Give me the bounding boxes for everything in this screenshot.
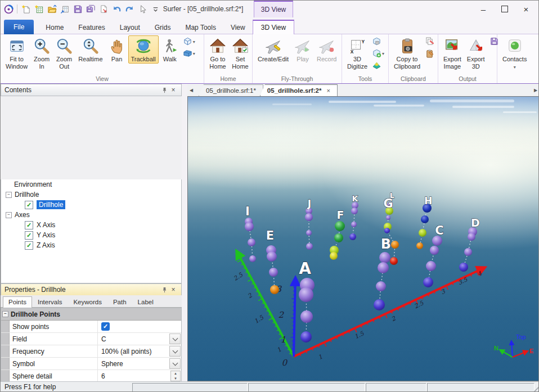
status-segment — [132, 383, 248, 392]
3d-digitize-button[interactable]: XY3DDigitize — [344, 35, 370, 70]
tree-item-y-axis[interactable]: ✓Y Axis — [1, 230, 181, 240]
ribbon-tab-view[interactable]: View — [223, 21, 253, 34]
open-file-icon[interactable] — [46, 3, 57, 15]
properties-tab-path[interactable]: Path — [107, 296, 132, 307]
pan-icon — [109, 38, 125, 55]
collapse-icon[interactable]: − — [6, 212, 12, 218]
new-worksheet-icon[interactable] — [33, 3, 44, 15]
show-points-checkbox[interactable]: ✓ — [101, 322, 110, 331]
collapse-icon[interactable]: − — [6, 192, 12, 198]
save-icon[interactable] — [72, 3, 83, 15]
ribbon-tab-features[interactable]: Features — [71, 21, 112, 34]
properties-tab-keywords[interactable]: Keywords — [68, 296, 107, 307]
tree-item-axes[interactable]: −Axes — [1, 210, 181, 220]
window-title: Surfer - [05_drillhole.srf:2*] — [141, 1, 265, 17]
tree-item-environment[interactable]: Environment — [1, 179, 181, 190]
copy-to-clipboard-button[interactable]: Copy toClipboard — [391, 35, 423, 70]
trackball-button[interactable]: Trackball — [128, 35, 159, 64]
solid-tool-button[interactable]: ▾ — [371, 48, 385, 59]
ribbon-tab-grids[interactable]: Grids — [147, 21, 178, 34]
spin-up-icon[interactable]: ▲ — [171, 371, 180, 376]
tab-scroll-right-icon[interactable]: ▶ — [532, 84, 539, 96]
document-tab-2[interactable]: 05_drillhole.srf:2*× — [260, 84, 338, 96]
import-data-icon[interactable] — [59, 3, 70, 15]
view-direction-button[interactable]: ▾ — [182, 37, 196, 47]
zoom-in-button[interactable]: ZoomIn — [30, 35, 53, 70]
properties-tab-label[interactable]: Label — [132, 296, 159, 307]
contacts-button[interactable]: Contacts▾ — [500, 35, 529, 71]
set-home-button[interactable]: SetHome — [229, 35, 251, 70]
undo-icon[interactable] — [111, 3, 122, 15]
tree-item-x-axis[interactable]: ✓X Axis — [1, 220, 181, 230]
visibility-checkbox[interactable]: ✓ — [25, 221, 33, 229]
paste-special-button[interactable] — [424, 48, 435, 59]
button-label: Trackball — [131, 56, 156, 63]
ribbon-tab-layout[interactable]: Layout — [113, 21, 147, 34]
dropdown-button[interactable] — [169, 358, 181, 369]
mesh-tool-button[interactable] — [371, 37, 385, 47]
3d-viewport[interactable]: 11.522.533.5411.522.50123IEAJFKLGBHCDTop… — [187, 96, 539, 381]
surface-tool-button[interactable] — [371, 60, 385, 71]
properties-tab-points[interactable]: Points — [3, 296, 32, 308]
close-tab-icon[interactable]: × — [326, 87, 330, 94]
export-3d-button[interactable]: Export3D — [464, 35, 488, 70]
svg-text:2.5: 2.5 — [232, 271, 245, 282]
tree-item-drillhole[interactable]: ✓Drillhole — [1, 200, 181, 210]
projection-button[interactable]: ▾ — [182, 48, 196, 59]
drillhole-label: D — [471, 217, 480, 229]
drillhole-J: J — [305, 198, 313, 250]
ribbon-tab-file[interactable]: File — [4, 20, 34, 34]
drillhole-point — [378, 262, 389, 273]
spinner-buttons[interactable]: ▲▼ — [170, 371, 181, 381]
pin-icon[interactable] — [160, 85, 169, 94]
row-gutter — [1, 345, 10, 357]
svg-text:0: 0 — [281, 358, 288, 368]
zoom-out-button[interactable]: ZoomOut — [53, 35, 75, 70]
section-header[interactable]: −Drillhole Points — [1, 308, 181, 321]
pan-button[interactable]: Pan — [106, 35, 128, 64]
tree-item-drillhole[interactable]: −Drillhole — [1, 190, 181, 200]
cube2-icon — [183, 48, 192, 60]
maximize-button[interactable] — [493, 1, 516, 17]
export-image-button[interactable]: ExportImage — [441, 35, 464, 70]
visibility-checkbox[interactable]: ✓ — [25, 201, 33, 209]
collapse-icon[interactable]: − — [2, 311, 8, 317]
walk-button[interactable]: Walk — [159, 35, 181, 64]
dropdown-button[interactable] — [169, 334, 181, 344]
close-panel-icon[interactable]: × — [169, 85, 178, 94]
fit-to-window-button[interactable]: Fit toWindow — [3, 35, 30, 70]
contents-tree: Environment−Drillhole✓Drillhole−Axes✓X A… — [1, 179, 182, 283]
minimize-button[interactable]: – — [472, 1, 495, 17]
close-panel-icon[interactable]: × — [169, 285, 178, 294]
document-tab-1[interactable]: 05_drillhole.srf:1* — [199, 84, 263, 96]
chevron-down-icon — [172, 348, 178, 353]
planerec-icon — [318, 38, 335, 55]
status-segment — [366, 383, 426, 392]
new-plot-icon[interactable] — [20, 3, 32, 15]
visibility-checkbox[interactable]: ✓ — [25, 241, 33, 250]
redo-icon[interactable] — [124, 3, 135, 15]
tab-scroll-left-icon[interactable]: ◀ — [187, 84, 195, 96]
properties-tab-intervals[interactable]: Intervals — [32, 296, 68, 307]
spin-down-icon[interactable]: ▼ — [171, 376, 180, 381]
svg-text:Y: Y — [362, 39, 365, 44]
close-button[interactable]: × — [515, 1, 537, 17]
pin-icon[interactable] — [160, 285, 169, 294]
create-edit-flythrough-button[interactable]: Create/Edit — [255, 35, 291, 64]
ribbon-tab-map-tools[interactable]: Map Tools — [178, 21, 223, 34]
drillhole-point — [330, 252, 338, 260]
realtime-button[interactable]: Realtime — [75, 35, 105, 64]
dropdown-button[interactable] — [169, 346, 181, 357]
realtime-icon — [82, 38, 99, 55]
ribbon-tab-3d-view[interactable]: 3D View — [253, 20, 294, 34]
export-icon[interactable] — [98, 3, 109, 15]
drillhole-B: B — [374, 236, 391, 310]
go-to-home-button[interactable]: Go toHome — [206, 35, 229, 70]
copy-page-button[interactable] — [424, 37, 435, 47]
tree-item-z-axis[interactable]: ✓Z Axis — [1, 240, 181, 250]
ribbon-tab-home[interactable]: Home — [38, 21, 71, 34]
visibility-checkbox[interactable]: ✓ — [25, 231, 33, 240]
zoomout-icon — [56, 38, 73, 55]
save-all-icon[interactable] — [85, 3, 96, 15]
contextual-tab-header[interactable]: 3D View — [254, 1, 293, 17]
